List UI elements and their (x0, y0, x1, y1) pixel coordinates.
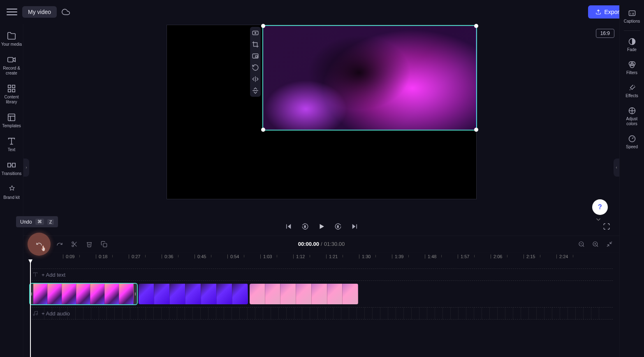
svg-line-36 (583, 245, 584, 247)
svg-point-20 (255, 33, 256, 34)
video-track[interactable] (30, 283, 613, 305)
redo-icon[interactable] (56, 241, 63, 247)
svg-rect-19 (253, 31, 258, 35)
video-clip[interactable] (139, 284, 248, 304)
templates-icon (7, 113, 16, 122)
flip-vertical-icon[interactable] (252, 87, 259, 94)
help-button[interactable]: ? (592, 199, 608, 215)
waveform-placeholder (37, 307, 606, 320)
right-item-effects[interactable]: Effects (620, 79, 644, 103)
ruler-mark: 2:24 (556, 254, 568, 259)
aspect-ratio-button[interactable]: 16:9 (596, 29, 614, 38)
svg-rect-11 (12, 163, 15, 167)
pip-icon[interactable] (252, 52, 259, 60)
sidebar-label: Transitions (2, 171, 22, 176)
sidebar-item-your-media[interactable]: Your media (0, 27, 23, 51)
svg-line-39 (597, 245, 598, 247)
filters-icon (628, 61, 636, 69)
resize-handle-bl[interactable] (261, 128, 265, 132)
svg-rect-5 (8, 114, 15, 121)
right-item-adjust-colors[interactable]: Adjust colors (620, 103, 644, 131)
ruler-mark: 2:06 (491, 254, 502, 259)
zoom-out-icon[interactable] (578, 241, 585, 247)
preview-canvas[interactable] (167, 25, 477, 199)
preview-zone: 16:9 (23, 24, 619, 217)
right-label: Captions (624, 19, 640, 24)
kbd-z: Z (47, 219, 54, 225)
svg-line-43 (607, 245, 609, 247)
sidebar-item-text[interactable]: Text (0, 133, 23, 156)
svg-point-31 (72, 245, 74, 247)
svg-rect-22 (255, 56, 257, 57)
skip-back-icon[interactable] (285, 223, 292, 230)
ruler-mark: 2:15 (524, 254, 535, 259)
play-button[interactable] (318, 223, 325, 230)
rotate-icon[interactable] (252, 64, 259, 71)
sidebar-label: Record & create (1, 66, 22, 76)
forward-5s-icon[interactable]: 5 (334, 223, 342, 230)
kbd-cmd: ⌘ (35, 219, 44, 225)
ruler-mark: 0:18 (96, 254, 107, 259)
skip-forward-icon[interactable] (351, 223, 358, 230)
cloud-sync-icon[interactable] (62, 8, 70, 16)
ruler-mark: 1:57 (458, 254, 469, 259)
svg-marker-23 (287, 224, 291, 229)
undo-tooltip: Undo ⌘ Z (16, 216, 58, 227)
rewind-5s-icon[interactable]: 5 (301, 223, 309, 230)
resize-handle-tl[interactable] (261, 24, 265, 28)
timeline-tracks: + Add text + Add audio (23, 262, 619, 357)
adjust-colors-icon (628, 107, 636, 115)
zoom-fit-icon[interactable] (606, 241, 613, 247)
sidebar-item-content-library[interactable]: Content library (0, 80, 23, 109)
audio-track-placeholder: + Add audio (42, 310, 70, 317)
total-duration: 01:30.00 (324, 241, 345, 247)
project-title[interactable]: My video (22, 6, 57, 18)
undo-button[interactable] (28, 233, 51, 256)
resize-handle-br[interactable] (474, 128, 478, 132)
svg-line-42 (610, 242, 612, 244)
right-item-fade[interactable]: Fade (620, 33, 644, 56)
ruler-mark: 1:30 (359, 254, 371, 259)
sidebar-item-templates[interactable]: Templates (0, 109, 23, 133)
right-item-speed[interactable]: Speed (620, 131, 644, 154)
sidebar-item-record-create[interactable]: Record & create (0, 51, 23, 80)
resize-handle-tr[interactable] (474, 24, 478, 28)
music-icon (32, 310, 38, 316)
scissors-icon[interactable] (71, 241, 78, 247)
floating-toolbar (250, 27, 261, 97)
svg-rect-12 (629, 11, 635, 16)
fit-icon[interactable] (252, 29, 259, 37)
sidebar-item-brand-kit[interactable]: Brand kit (0, 180, 23, 204)
effects-icon (628, 84, 636, 92)
menu-button[interactable] (7, 7, 17, 17)
timeline-toolbar: Undo ⌘ Z 00:00.00/01:30.00 (23, 236, 619, 252)
left-sidebar: Your media Record & create Content libra… (0, 24, 23, 357)
video-clip[interactable] (250, 284, 358, 304)
right-label: Adjust colors (621, 117, 643, 126)
flip-horizontal-icon[interactable] (252, 75, 259, 83)
right-item-filters[interactable]: Filters (620, 56, 644, 79)
clip-handle-right[interactable] (134, 284, 137, 304)
duplicate-icon[interactable] (101, 241, 107, 247)
right-item-captions[interactable]: Captions (620, 5, 644, 28)
trash-icon[interactable] (86, 241, 93, 247)
zoom-in-icon[interactable] (592, 241, 599, 247)
chevron-down-icon[interactable] (595, 216, 602, 223)
media-preview-image (263, 26, 476, 130)
svg-rect-4 (12, 89, 15, 92)
svg-rect-3 (8, 89, 11, 92)
selected-media-frame[interactable] (262, 25, 477, 131)
camera-icon (7, 55, 16, 64)
right-label: Fade (627, 47, 637, 52)
sidebar-item-transitions[interactable]: Transitions (0, 156, 23, 180)
undo-icon (36, 241, 42, 247)
timeline-ruler[interactable]: 0:090:180:270:360:450:541:031:121:211:30… (23, 252, 619, 262)
playhead[interactable] (30, 262, 31, 357)
crop-icon[interactable] (252, 41, 259, 48)
fullscreen-icon[interactable] (603, 223, 610, 230)
text-track[interactable]: + Add text (30, 268, 613, 281)
svg-rect-1 (8, 85, 11, 88)
audio-track[interactable]: + Add audio (30, 307, 613, 320)
video-clip[interactable] (30, 284, 137, 304)
svg-marker-28 (352, 224, 355, 229)
